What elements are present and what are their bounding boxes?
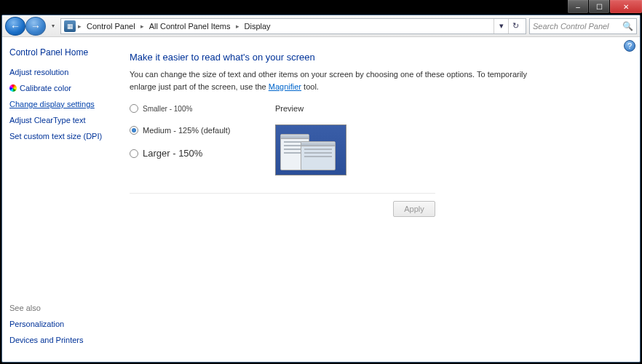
sidebar-link-change-display-settings[interactable]: Change display settings	[9, 100, 115, 108]
apply-button[interactable]: Apply	[393, 201, 435, 217]
breadcrumb[interactable]: Control Panel	[84, 20, 138, 32]
radio-icon	[130, 149, 138, 158]
refresh-button[interactable]: ↻	[508, 19, 523, 33]
sidebar-link-adjust-resolution[interactable]: Adjust resolution	[9, 68, 115, 76]
preview-column: Preview	[275, 104, 346, 175]
address-bar[interactable]: ▦ ▸ Control Panel ▸ All Control Panel It…	[60, 18, 526, 34]
crumb-separator-icon: ▸	[77, 23, 82, 30]
back-button[interactable]: ←	[5, 17, 25, 36]
options-row: Smaller - 100% Medium - 125% (default) L…	[130, 104, 618, 175]
sidebar-link-adjust-cleartype[interactable]: Adjust ClearType text	[9, 116, 115, 124]
sidebar-item-label: Calibrate color	[20, 84, 71, 92]
address-bar-end: ▾ ↻	[494, 19, 523, 33]
search-icon: 🔍	[622, 21, 633, 31]
window-body: ? Control Panel Home Adjust resolution C…	[2, 37, 640, 362]
forward-arrow-icon: →	[31, 20, 41, 32]
magnifier-link[interactable]: Magnifier	[269, 82, 301, 91]
option-medium[interactable]: Medium - 125% (default)	[130, 126, 275, 135]
preview-label: Preview	[275, 104, 346, 113]
color-wheel-icon	[9, 84, 17, 92]
option-label: Medium - 125% (default)	[143, 126, 230, 135]
forward-button[interactable]: →	[25, 17, 46, 36]
sidebar-item-label: Set custom text size (DPI)	[9, 132, 102, 141]
page-title: Make it easier to read what's on your sc…	[130, 52, 618, 63]
page-description: You can change the size of text and othe…	[130, 68, 537, 92]
maximize-button[interactable]: ☐	[589, 0, 609, 13]
sidebar-item-label: Change display settings	[9, 100, 95, 108]
sidebar-item-label: Personalization	[9, 320, 64, 328]
desc-text: tool.	[301, 82, 319, 91]
radio-icon	[130, 126, 138, 135]
window-titlebar-controls: – ☐ ✕	[567, 0, 642, 15]
breadcrumb[interactable]: Display	[242, 20, 274, 32]
desc-text: You can change the size of text and othe…	[130, 70, 527, 91]
crumb-separator-icon: ▸	[140, 23, 145, 30]
option-larger[interactable]: Larger - 150%	[130, 148, 275, 159]
control-panel-window: ← → ▾ ▦ ▸ Control Panel ▸ All Control Pa…	[1, 15, 641, 363]
crumb-separator-icon: ▸	[235, 23, 240, 30]
search-input[interactable]: Search Control Panel 🔍	[529, 18, 637, 34]
search-placeholder: Search Control Panel	[533, 22, 622, 31]
sidebar: Control Panel Home Adjust resolution Cal…	[2, 37, 122, 362]
breadcrumb[interactable]: All Control Panel Items	[146, 20, 234, 32]
preview-image	[275, 124, 346, 175]
sidebar-link-calibrate-color[interactable]: Calibrate color	[9, 84, 115, 92]
address-wrap: ▦ ▸ Control Panel ▸ All Control Panel It…	[60, 18, 637, 34]
sidebar-item-label: Adjust ClearType text	[9, 116, 86, 124]
address-dropdown-button[interactable]: ▾	[494, 19, 508, 33]
apply-row: Apply	[130, 193, 435, 217]
see-also-heading: See also	[9, 304, 115, 312]
navigation-bar: ← → ▾ ▦ ▸ Control Panel ▸ All Control Pa…	[2, 15, 640, 37]
location-icon: ▦	[64, 20, 76, 32]
preview-window-icon	[301, 141, 336, 170]
close-button[interactable]: ✕	[610, 0, 642, 13]
option-label: Larger - 150%	[143, 148, 202, 159]
nav-buttons: ← →	[5, 17, 46, 36]
see-also-devices-printers[interactable]: Devices and Printers	[9, 336, 115, 344]
sidebar-item-label: Adjust resolution	[9, 68, 68, 76]
main-content: Make it easier to read what's on your sc…	[122, 37, 640, 362]
sidebar-item-label: Devices and Printers	[9, 336, 84, 344]
back-arrow-icon: ←	[10, 20, 20, 32]
see-also-personalization[interactable]: Personalization	[9, 320, 115, 328]
radio-icon	[130, 104, 138, 113]
control-panel-home-link[interactable]: Control Panel Home	[9, 47, 115, 58]
sidebar-link-set-custom-dpi[interactable]: Set custom text size (DPI)	[9, 132, 115, 141]
nav-history-dropdown[interactable]: ▾	[49, 17, 58, 36]
minimize-button[interactable]: –	[568, 0, 588, 13]
size-options: Smaller - 100% Medium - 125% (default) L…	[130, 104, 275, 175]
option-smaller[interactable]: Smaller - 100%	[130, 104, 275, 113]
option-label: Smaller - 100%	[143, 105, 192, 113]
